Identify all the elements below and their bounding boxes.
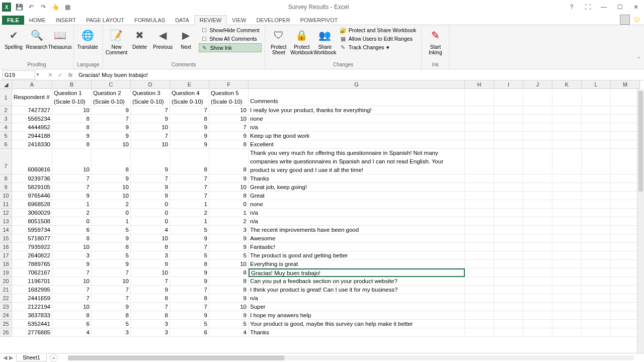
cell-E19[interactable]: 9 — [170, 268, 209, 277]
cell-G19[interactable]: Gracias! Muy buen trabajo! — [249, 268, 465, 277]
tab-developer[interactable]: DEVELOPER — [251, 16, 295, 25]
cell-blank-21-3[interactable] — [552, 286, 582, 294]
sheet-nav[interactable]: ◀▶ — [0, 354, 16, 361]
show-hide-comment-button[interactable]: ☐Show/Hide Comment — [199, 26, 262, 34]
cell-C9[interactable]: 10 — [92, 183, 131, 192]
cell-blank-3-3[interactable] — [552, 115, 582, 123]
cell-D25[interactable]: 3 — [131, 320, 170, 328]
cell-blank-21-5[interactable] — [611, 286, 640, 294]
cell-blank-24-0[interactable] — [465, 311, 494, 320]
cell-A2[interactable]: 7427327 — [12, 106, 52, 115]
next-comment-button[interactable]: ▶Next — [176, 26, 197, 50]
cell-C25[interactable]: 5 — [92, 320, 131, 328]
cell-blank-4-5[interactable] — [611, 123, 640, 132]
cell-A11[interactable]: 6968528 — [12, 200, 52, 209]
cell-E14[interactable]: 5 — [170, 226, 209, 234]
cell-B1[interactable]: Question 1(Scale 0-10) — [52, 89, 92, 106]
cell-C23[interactable]: 9 — [92, 303, 131, 311]
show-all-comments-button[interactable]: ☐Show All Comments — [199, 35, 262, 43]
cell-B13[interactable]: 0 — [52, 217, 92, 226]
cell-D13[interactable]: 0 — [131, 217, 170, 226]
cell-blank-20-4[interactable] — [582, 277, 611, 286]
cell-F9[interactable]: 10 — [209, 183, 249, 192]
cell-blank-23-1[interactable] — [494, 303, 523, 311]
horizontal-scrollbar[interactable] — [63, 354, 639, 361]
cell-blank-18-4[interactable] — [582, 260, 611, 268]
cell-F2[interactable]: 10 — [209, 106, 249, 115]
cell-blank-15-0[interactable] — [465, 234, 494, 243]
cell-A24[interactable]: 3837833 — [12, 311, 52, 320]
cell-A14[interactable]: 5959734 — [12, 226, 52, 234]
cell-blank-3-0[interactable] — [465, 115, 494, 123]
cell-blank-24-4[interactable] — [582, 311, 611, 320]
cell-blank-5-1[interactable] — [494, 132, 523, 140]
cell-blank-23-2[interactable] — [523, 303, 552, 311]
cell-blank-4-4[interactable] — [582, 123, 611, 132]
cell-E8[interactable]: 7 — [170, 174, 209, 183]
cell-G6[interactable]: Excellent — [249, 140, 465, 149]
cell-blank-15-3[interactable] — [552, 234, 582, 243]
cell-blank-18-0[interactable] — [465, 260, 494, 268]
col-head-B[interactable]: B — [52, 80, 92, 89]
translate-button[interactable]: 🌐Translate — [77, 26, 98, 50]
row-head-4[interactable]: 4 — [0, 123, 12, 132]
cell-E4[interactable]: 9 — [170, 123, 209, 132]
cell-B19[interactable]: 7 — [52, 268, 92, 277]
cell-D6[interactable]: 10 — [131, 140, 170, 149]
cell-D3[interactable]: 9 — [131, 115, 170, 123]
minimize-button[interactable]: — — [598, 2, 610, 12]
cell-G3[interactable]: none — [249, 115, 465, 123]
cell-blank-26-2[interactable] — [523, 328, 552, 337]
cell-B4[interactable]: 8 — [52, 123, 92, 132]
cell-C19[interactable]: 7 — [92, 268, 131, 277]
cell-A10[interactable]: 9765446 — [12, 192, 52, 200]
cell-blank-14-5[interactable] — [611, 226, 640, 234]
cell-E22[interactable]: 8 — [170, 294, 209, 303]
cell-blank-6-4[interactable] — [582, 140, 611, 149]
cell-blank-24-3[interactable] — [552, 311, 582, 320]
cell-A16[interactable]: 7935922 — [12, 243, 52, 251]
cell-D1[interactable]: Question 3(Scale 0-10) — [131, 89, 170, 106]
start-inking-button[interactable]: ✎Start Inking — [425, 26, 446, 55]
cell-B12[interactable]: 2 — [52, 209, 92, 217]
row-head-24[interactable]: 24 — [0, 311, 12, 320]
cell-B9[interactable]: 7 — [52, 183, 92, 192]
cell-blank-15-1[interactable] — [494, 234, 523, 243]
cell-blank-14-2[interactable] — [523, 226, 552, 234]
cell-blank-10-3[interactable] — [552, 192, 582, 200]
cell-blank-16-3[interactable] — [552, 243, 582, 251]
col-head-G[interactable]: G — [249, 80, 465, 89]
cell-E20[interactable]: 9 — [170, 277, 209, 286]
cell-G20[interactable]: Can you put a feedback section on your p… — [249, 277, 465, 286]
cell-blank-20-1[interactable] — [494, 277, 523, 286]
cell-blank-6-3[interactable] — [552, 140, 582, 149]
cell-A15[interactable]: 5718077 — [12, 234, 52, 243]
cell-blank-20-0[interactable] — [465, 277, 494, 286]
cell-F11[interactable]: 0 — [209, 200, 249, 209]
cell-C13[interactable]: 1 — [92, 217, 131, 226]
cell-blank-5-4[interactable] — [582, 132, 611, 140]
help-icon[interactable]: ? — [566, 2, 578, 12]
cell-A21[interactable]: 1682995 — [12, 286, 52, 294]
cell-A19[interactable]: 7062167 — [12, 268, 52, 277]
cell-blank-22-5[interactable] — [611, 294, 640, 303]
cell-blank-3-5[interactable] — [611, 115, 640, 123]
cancel-formula-icon[interactable]: ✕ — [45, 71, 55, 78]
cell-F8[interactable]: 9 — [209, 174, 249, 183]
row-head-26[interactable]: 26 — [0, 328, 12, 337]
cell-F24[interactable]: 9 — [209, 311, 249, 320]
cell-blank-10-4[interactable] — [582, 192, 611, 200]
cell-blank-17-2[interactable] — [523, 251, 552, 260]
cell-blank-20-2[interactable] — [523, 277, 552, 286]
cell-F15[interactable]: 9 — [209, 234, 249, 243]
share-workbook-button[interactable]: 👥Share Workbook — [314, 26, 336, 55]
cell-B5[interactable]: 9 — [52, 132, 92, 140]
cell-blank-5-2[interactable] — [523, 132, 552, 140]
tab-view[interactable]: VIEW — [227, 16, 251, 25]
select-all-corner[interactable]: ◢ — [0, 80, 12, 89]
cell-D5[interactable]: 7 — [131, 132, 170, 140]
cell-F14[interactable]: 3 — [209, 226, 249, 234]
track-changes-button[interactable]: ✎Track Changes ▾ — [338, 43, 419, 51]
cell-blank-12-2[interactable] — [523, 209, 552, 217]
cell-blank-16-1[interactable] — [494, 243, 523, 251]
